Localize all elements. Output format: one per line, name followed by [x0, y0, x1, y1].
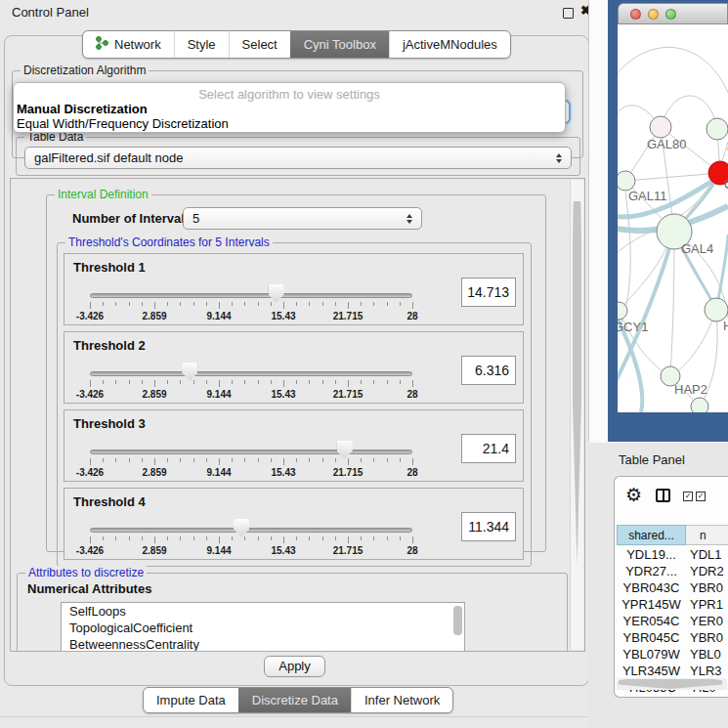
scrollbar-thumb[interactable] [573, 201, 581, 565]
slider-tick [387, 536, 388, 540]
table-cell[interactable]: YBR0 [690, 629, 728, 646]
slider-tick-label: 2.859 [142, 545, 166, 556]
slider-tick-label: 9.144 [206, 467, 231, 478]
slider-track[interactable] [90, 293, 412, 298]
dropdown-option-manual-discretization[interactable]: Manual Discretization [17, 102, 148, 116]
table-row[interactable]: YBL079WYBL0 [617, 646, 728, 663]
table-row[interactable]: YDR27...YDR2 [617, 563, 728, 579]
tab-infer-network[interactable]: Infer Network [351, 688, 452, 712]
network-icon [96, 36, 108, 53]
slider-tick [309, 302, 310, 306]
network-node[interactable] [650, 116, 671, 138]
table-horizontal-scrollbar[interactable] [617, 678, 727, 690]
network-node-label: GCY1 [618, 320, 648, 334]
slider-thumb[interactable] [182, 363, 197, 381]
slider-tick [258, 302, 259, 306]
apply-button[interactable]: Apply [264, 656, 325, 677]
checkbox-icon[interactable]: ✓ [696, 492, 706, 501]
dropdown-placeholder-option[interactable]: Select algorithm to view settings [14, 87, 565, 102]
slider-tick [361, 380, 362, 384]
columns-icon[interactable] [656, 489, 670, 502]
checkbox-icon[interactable]: ✓ [683, 492, 693, 501]
slider-tick [167, 380, 168, 384]
numerical-attribute-item[interactable]: BetweennessCentrality [62, 636, 464, 652]
slider-thumb[interactable] [337, 441, 353, 459]
slider-track[interactable] [90, 450, 412, 454]
table-cell[interactable]: YDR2 [690, 563, 728, 579]
table-row[interactable]: YDL19...YDL1 [617, 546, 728, 563]
table-data-selected-value: galFiltered.sif default node [34, 150, 183, 165]
slider-thumb[interactable] [269, 284, 284, 303]
float-window-icon[interactable] [563, 8, 574, 19]
splitpane-gutter[interactable] [588, 0, 609, 442]
network-node[interactable] [691, 398, 708, 412]
slider-track[interactable] [90, 371, 412, 376]
network-node[interactable] [618, 171, 635, 191]
slider-tick [271, 380, 272, 384]
table-cell[interactable]: YPR1 [690, 596, 728, 613]
tab-network[interactable]: Network [83, 31, 174, 58]
slider-tick [244, 380, 245, 384]
settings-vertical-scrollbar[interactable] [570, 180, 583, 650]
network-node-label: H [723, 319, 728, 333]
slider-tick [373, 458, 374, 462]
tab-select[interactable]: Select [229, 31, 290, 58]
network-view-canvas[interactable]: GAL80GACGAL11GAL4GCY1HHAP2 [618, 24, 728, 412]
threshold-panel: Threshold 4-3.4262.8599.14415.4321.71528… [64, 488, 524, 560]
numerical-attribute-item[interactable]: SelfLoops [62, 603, 464, 620]
table-cell[interactable]: YDL1 [690, 546, 728, 563]
slider-tick [193, 380, 194, 384]
number-of-intervals-combobox[interactable]: 5 [183, 207, 422, 230]
table-row[interactable]: YBR043CYBR0 [617, 579, 728, 596]
slider-tick [90, 458, 91, 465]
table-data-combobox[interactable]: galFiltered.sif default node [24, 147, 572, 169]
slider-tick [103, 536, 104, 540]
tab-discretize-data[interactable]: Discretize Data [238, 688, 351, 712]
slider-tick [167, 458, 168, 462]
table-cell[interactable]: YDL19... [619, 546, 684, 563]
table-row[interactable]: YBR045CYBR0 [617, 629, 728, 646]
table-cell[interactable]: YBR045C [619, 629, 684, 646]
threshold-value-field[interactable]: 11.344 [461, 512, 516, 541]
table-cell[interactable]: YBR0 [690, 579, 728, 596]
slider-tick [142, 380, 143, 384]
slider-tick [154, 380, 155, 387]
slider-tick [219, 536, 220, 543]
network-node[interactable] [707, 118, 728, 140]
slider-tick-label: -3.426 [76, 467, 104, 478]
close-traffic-light[interactable] [630, 9, 641, 20]
slider-tick-label: 21.715 [333, 389, 364, 400]
tab-cyni-toolbox[interactable]: Cyni Toolbox [290, 31, 389, 58]
zoom-traffic-light[interactable] [665, 9, 676, 20]
gear-icon[interactable]: ⚙ [625, 484, 642, 506]
table-cell[interactable]: YDR27... [619, 563, 684, 579]
network-window-titlebar[interactable] [618, 3, 728, 24]
table-cell[interactable]: YBL079W [619, 646, 684, 663]
table-cell[interactable]: YPR145W [619, 596, 684, 613]
dropdown-option-equal-width-frequency[interactable]: Equal Width/Frequency Discretization [17, 116, 229, 131]
table-cell[interactable]: YBL0 [690, 646, 728, 663]
slider-track[interactable] [90, 528, 412, 533]
table-cell[interactable]: YLR3 [690, 663, 728, 679]
column-header-shared-name[interactable]: shared... [617, 525, 686, 545]
table-row[interactable]: YER054CYER0 [617, 613, 728, 629]
table-cell[interactable]: YER0 [690, 613, 728, 629]
table-cell[interactable]: YBR043C [619, 579, 684, 596]
threshold-value-field[interactable]: 14.713 [461, 278, 516, 307]
minimize-traffic-light[interactable] [648, 9, 659, 20]
list-scrollbar[interactable] [453, 606, 462, 635]
table-cell[interactable]: YER054C [619, 613, 684, 629]
threshold-label: Threshold 2 [73, 338, 146, 353]
threshold-value-field[interactable]: 21.4 [461, 434, 516, 463]
table-cell[interactable]: YLR345W [619, 663, 684, 679]
slider-thumb[interactable] [234, 519, 249, 537]
threshold-value-field[interactable]: 6.316 [461, 356, 516, 385]
scrollbar-thumb[interactable] [619, 679, 722, 689]
tab-impute-data[interactable]: Impute Data [144, 688, 238, 712]
table-row[interactable]: YLR345WYLR3 [617, 663, 728, 679]
column-header-name[interactable]: n [686, 525, 728, 545]
table-row[interactable]: YPR145WYPR1 [617, 596, 728, 613]
numerical-attribute-item[interactable]: TopologicalCoefficient [62, 620, 464, 636]
tab-style[interactable]: Style [174, 31, 229, 58]
tab-jactivemnodules[interactable]: jActiveMNodules [389, 31, 510, 58]
